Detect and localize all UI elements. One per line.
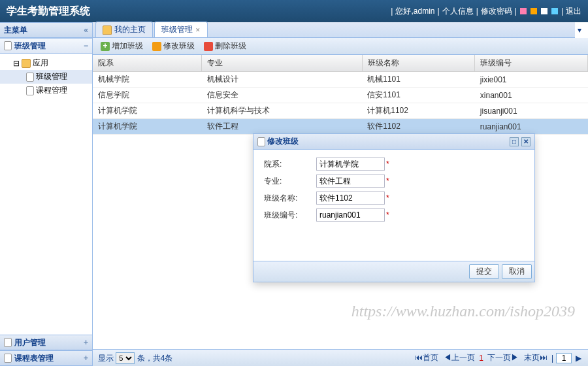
last-page-button[interactable]: 末页⏭ <box>523 352 549 363</box>
app-title: 学生考勤管理系统 <box>7 5 90 18</box>
page-icon <box>26 86 34 95</box>
page-size-select[interactable]: 5 <box>116 352 135 364</box>
content: 我的主页 班级管理 ✕ ▾ +增加班级 修改班级 删除班级 院系 专业 班级名称… <box>93 22 588 366</box>
current-page: 1 <box>479 354 483 363</box>
toolbar: +增加班级 修改班级 删除班级 <box>93 38 588 55</box>
cancel-button[interactable]: 取消 <box>502 264 532 279</box>
page-icon <box>257 137 265 146</box>
submit-button[interactable]: 提交 <box>469 264 499 279</box>
collapse-icon[interactable]: « <box>84 25 88 35</box>
group-class[interactable]: 班级管理 − <box>0 38 92 54</box>
dialog-header[interactable]: 修改班级 □ ✕ <box>253 134 534 150</box>
tree-item-course[interactable]: 课程管理 <box>0 84 92 97</box>
tab-bar: 我的主页 班级管理 ✕ <box>93 22 575 38</box>
pagination: ⏮首页 ◀上一页 1 下一页▶ 末页⏭ | ▶ <box>414 352 583 363</box>
col-major[interactable]: 专业 <box>202 55 363 72</box>
goto-button[interactable]: ▶ <box>574 354 583 363</box>
page-icon <box>4 41 12 50</box>
add-button[interactable]: +增加班级 <box>97 39 147 53</box>
del-button[interactable]: 删除班级 <box>200 39 250 53</box>
plus-icon[interactable]: + <box>84 338 88 347</box>
label-code: 班级编号: <box>264 210 316 221</box>
edit-button[interactable]: 修改班级 <box>148 39 199 53</box>
theme-white[interactable] <box>541 8 547 14</box>
tab-class[interactable]: 班级管理 ✕ <box>154 22 208 37</box>
table-row[interactable]: 机械学院机械设计机械1101jixie001 <box>93 72 588 88</box>
app-header: 学生考勤管理系统 | 您好,admin | 个人信息 | 修改密码 | | 退出 <box>0 0 588 22</box>
label-major: 专业: <box>264 176 316 187</box>
required-icon: * <box>386 159 389 169</box>
header-links: | 您好,admin | 个人信息 | 修改密码 | | 退出 <box>391 6 581 17</box>
delete-icon <box>204 42 213 51</box>
table-row[interactable]: 信息学院信息安全信安1101xinan001 <box>93 88 588 103</box>
label-dept: 院系: <box>264 159 316 170</box>
dialog-footer: 提交 取消 <box>253 261 534 282</box>
theme-blue[interactable] <box>551 8 558 14</box>
input-dept[interactable] <box>316 158 385 171</box>
table-row[interactable]: 计算机学院计算机科学与技术计算机1102jisuanji001 <box>93 103 588 119</box>
home-icon <box>103 25 112 35</box>
minus-icon[interactable]: − <box>84 41 88 50</box>
sidebar: 主菜单 « 班级管理 − ⊟ 应用 班级管理 课程管理 用户管理 + <box>0 22 93 366</box>
tree-root[interactable]: ⊟ 应用 <box>0 56 92 70</box>
add-icon: + <box>101 42 110 51</box>
edit-icon <box>152 42 161 51</box>
theme-orange[interactable] <box>531 8 537 14</box>
link-password[interactable]: 修改密码 <box>481 6 512 17</box>
dialog-body: 院系:* 专业:* 班级名称:* 班级编号:* <box>253 150 534 261</box>
status-bar: 显示 5 条，共4条 ⏮首页 ◀上一页 1 下一页▶ 末页⏭ | ▶ <box>93 349 588 366</box>
table-row[interactable]: 计算机学院软件工程软件1102ruanjian001 <box>93 119 588 135</box>
page-icon <box>4 354 12 363</box>
tree-item-class[interactable]: 班级管理 <box>0 70 92 84</box>
next-page-button[interactable]: 下一页▶ <box>486 352 520 363</box>
col-dept[interactable]: 院系 <box>93 55 202 72</box>
tree: ⊟ 应用 班级管理 课程管理 <box>0 54 92 335</box>
maximize-icon[interactable]: □ <box>510 137 519 146</box>
page-icon <box>26 73 34 82</box>
required-icon: * <box>386 176 389 186</box>
greeting-divider: | <box>391 7 393 16</box>
menu-header[interactable]: 主菜单 « <box>0 22 92 38</box>
link-profile[interactable]: 个人信息 <box>442 6 474 17</box>
grid-header: 院系 专业 班级名称 班级编号 <box>93 55 588 72</box>
required-icon: * <box>386 193 389 203</box>
required-icon: * <box>386 210 389 220</box>
tab-menu-icon[interactable]: ▾ <box>575 25 584 35</box>
goto-page-input[interactable] <box>556 353 572 363</box>
col-code[interactable]: 班级编号 <box>475 55 588 72</box>
plus-icon[interactable]: + <box>84 354 88 363</box>
close-icon[interactable]: ✕ <box>195 27 201 33</box>
label-class: 班级名称: <box>264 193 316 204</box>
theme-pink[interactable] <box>520 8 527 14</box>
input-major[interactable] <box>316 175 385 188</box>
input-code[interactable] <box>316 208 385 222</box>
first-page-button[interactable]: ⏮首页 <box>414 352 440 363</box>
folder-icon <box>22 59 31 68</box>
page-icon <box>4 338 12 347</box>
col-class[interactable]: 班级名称 <box>362 55 475 72</box>
input-class[interactable] <box>316 191 385 205</box>
link-logout[interactable]: 退出 <box>566 6 581 17</box>
tab-home[interactable]: 我的主页 <box>95 22 153 37</box>
close-icon[interactable]: ✕ <box>521 137 531 146</box>
group-user[interactable]: 用户管理 + <box>0 335 92 350</box>
edit-dialog: 修改班级 □ ✕ 院系:* 专业:* 班级名称:* 班级编号:* 提交 取消 <box>253 133 535 282</box>
greeting-text: 您好,admin <box>395 6 434 17</box>
expand-icon: ⊟ <box>13 59 20 68</box>
status-left: 显示 5 条，共4条 <box>98 352 172 364</box>
prev-page-button[interactable]: ◀上一页 <box>442 352 476 363</box>
group-schedule[interactable]: 课程表管理 + <box>0 350 92 366</box>
